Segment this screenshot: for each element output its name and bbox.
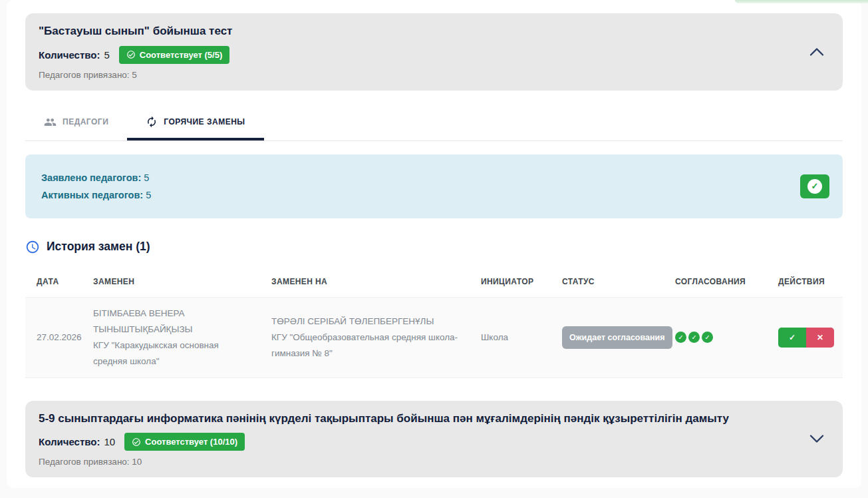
col-header-initiator: ИНИЦИАТОР [481,277,562,286]
cell-status: Ожидает согласования [562,326,675,349]
reject-swap-button[interactable]: ✕ [806,328,834,348]
declared-teachers-line: Заявлено педагогов: 5 [41,169,827,186]
col-header-status: СТАТУС [562,277,675,286]
replaced-school: КГУ "Каракудыкская основная средняя школ… [93,338,255,370]
cell-initiator: Школа [481,330,562,346]
col-header-date: ДАТА [37,277,93,286]
teachers-bound-text: Педагогов привязано: 5 [39,70,828,80]
declared-teachers-label: Заявлено педагогов: [41,172,141,183]
course-card-bottom: 5-9 сыныптардағы информатика пәнінің күр… [25,401,843,478]
collapse-card-button[interactable] [807,45,827,59]
main-panel: "Бастауыш сынып" бойынша тест Количество… [7,0,861,488]
check-icon: ✓ [807,179,822,194]
toast-edge [735,0,868,3]
col-header-replacement: ЗАМЕНЕН НА [271,277,481,286]
compliance-badge-2: Соответствует (10/10) [124,433,245,451]
history-title: История замен (1) [47,240,150,254]
check-circle-icon [126,50,136,59]
tab-hot-swaps-label: ГОРЯЧИЕ ЗАМЕНЫ [164,117,245,126]
col-header-actions: ДЕЙСТВИЯ [778,277,831,286]
compliance-badge-2-label: Соответствует (10/10) [145,437,237,447]
course-card-top: "Бастауыш сынып" бойынша тест Количество… [25,13,843,91]
cell-replacement: ТӨРӘЛІ СЕРІБАЙ ТӨЛЕПБЕРГЕНҰЛЫ КГУ "Общео… [271,314,481,362]
tab-hot-swaps[interactable]: ГОРЯЧИЕ ЗАМЕНЫ [127,107,263,140]
approval-check-icon: ✓ [702,332,713,343]
quantity-value: 5 [104,49,109,61]
people-icon [44,116,57,128]
col-header-approvals: СОГЛАСОВАНИЯ [675,277,778,286]
tab-teachers[interactable]: ПЕДАГОГИ [25,107,127,140]
check-circle-icon [132,437,141,447]
approve-all-button[interactable]: ✓ [800,174,829,198]
summary-box: Заявлено педагогов: 5 Активных педагогов… [25,154,843,218]
compliance-badge-label: Соответствует (5/5) [140,50,222,60]
cell-replaced: БІТІМБАЕВА ВЕНЕРА ТЫНЫШТЫҚБАЙҚЫЗЫ КГУ "К… [93,306,271,370]
replacement-school: КГУ "Общеобразовательная средняя школа-г… [271,330,465,362]
quantity-value-2: 10 [104,436,115,447]
replaced-name: БІТІМБАЕВА ВЕНЕРА ТЫНЫШТЫҚБАЙҚЫЗЫ [93,306,255,338]
col-header-replaced: ЗАМЕНЕН [93,277,271,286]
course-title: "Бастауыш сынып" бойынша тест [39,23,828,40]
teachers-bound-text-2: Педагогов привязано: 10 [39,457,828,467]
clock-icon [25,240,40,254]
active-teachers-line: Активных педагогов: 5 [41,186,827,204]
approval-check-icon: ✓ [675,332,686,343]
replacement-name: ТӨРӘЛІ СЕРІБАЙ ТӨЛЕПБЕРГЕНҰЛЫ [271,314,465,330]
approvals-group: ✓ ✓✓ [675,332,762,343]
cell-approvals: ✓ ✓✓ [675,332,778,343]
tab-teachers-label: ПЕДАГОГИ [63,117,108,126]
chevron-up-icon [809,47,824,56]
quantity-label: Количество: [39,49,100,61]
declared-teachers-value: 5 [144,172,149,183]
expand-card-button[interactable] [807,432,827,446]
course-title-2: 5-9 сыныптардағы информатика пәнінің күр… [39,411,828,427]
history-heading: История замен (1) [25,240,843,254]
chevron-down-icon [809,435,824,443]
active-teachers-value: 5 [146,190,151,200]
table-row: 27.02.2026 БІТІМБАЕВА ВЕНЕРА ТЫНЫШТЫҚБАЙ… [25,297,843,378]
action-buttons: ✓ ✕ [778,328,834,348]
approval-check-icon: ✓ [688,332,700,343]
active-teachers-label: Активных педагогов: [41,190,143,200]
compliance-badge: Соответствует (5/5) [119,46,229,64]
table-header: ДАТА ЗАМЕНЕН ЗАМЕНЕН НА ИНИЦИАТОР СТАТУС… [25,266,843,297]
status-badge: Ожидает согласования [562,326,672,349]
approve-swap-button[interactable]: ✓ [778,328,806,348]
quantity-label-2: Количество: [39,436,100,447]
sync-icon [146,116,158,128]
cell-date: 27.02.2026 [37,330,93,346]
cell-actions: ✓ ✕ [778,328,850,348]
tab-bar: ПЕДАГОГИ ГОРЯЧИЕ ЗАМЕНЫ [25,107,843,141]
